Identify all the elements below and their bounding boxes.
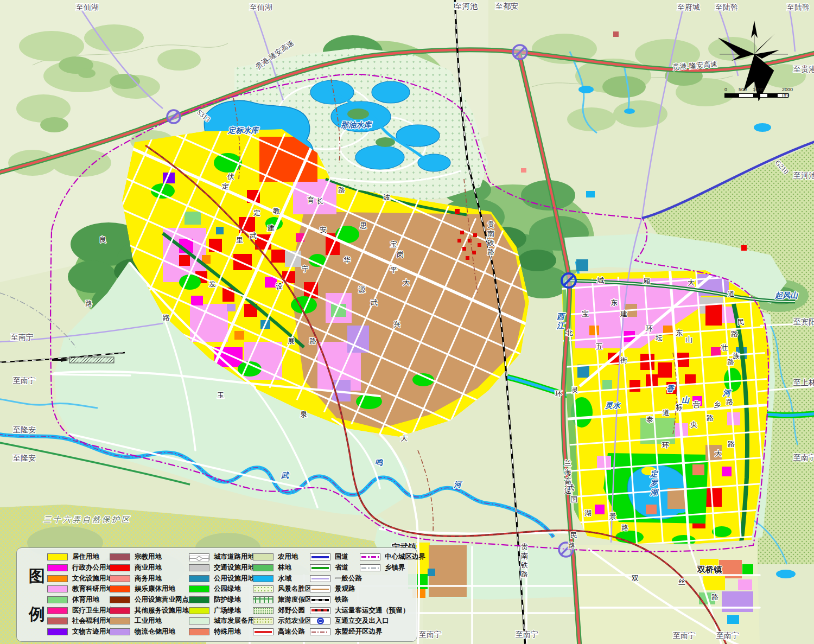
legend-item: 居住用地: [47, 552, 113, 563]
map-label-water: 起风山: [774, 291, 798, 299]
legend-item-label: 旅游度假区: [278, 595, 312, 604]
legend-swatch: [189, 607, 209, 614]
legend-swatch: [189, 617, 209, 624]
legend-item-label: 城市道路用地: [214, 552, 255, 562]
legend-item: 旅游度假区: [253, 595, 312, 605]
legend-item-label: 高速公路: [278, 627, 305, 636]
map-label-road: 安: [320, 226, 327, 234]
legend-swatch: [253, 553, 274, 560]
legend-item: 林地: [253, 563, 312, 573]
map-label-road: 定: [253, 209, 260, 217]
map-label-road: 坛: [655, 334, 663, 342]
map-label-dir: 至隆安: [13, 426, 36, 434]
legend-pattern-swatch: [253, 596, 274, 603]
legend-line-swatch: [310, 596, 330, 603]
map-label-road: 环: [645, 324, 653, 333]
legend-swatch: [110, 607, 130, 614]
map-label-road: 武: [370, 298, 378, 307]
legend-swatch: [47, 628, 68, 635]
map-label-road: 育: [307, 196, 314, 204]
legend-item-label: 景观路: [335, 584, 355, 594]
legend-item-label: 国道: [335, 552, 348, 562]
legend-title-tu: 图: [29, 565, 45, 588]
legend-swatch: [253, 564, 274, 571]
legend-item: 农用地: [253, 552, 312, 563]
map-label-road: 宝: [390, 240, 397, 248]
legend-line-swatch: [360, 564, 380, 571]
legend-pattern-swatch: [253, 585, 274, 592]
map-label-dir: 至南宁: [793, 453, 814, 462]
legend-item: 城市道路用地: [189, 552, 262, 563]
legend-item-label: 文化设施用地: [72, 574, 113, 583]
legend-swatch: [253, 575, 274, 582]
map-label-road: 环: [555, 390, 562, 398]
map-label-road: 山: [685, 335, 692, 343]
legend-item: 公园绿地: [189, 584, 262, 595]
map-label-road: 教: [273, 207, 280, 215]
map-label-dir: 至都安: [495, 2, 518, 10]
legend-swatch: [47, 607, 68, 614]
legend-item-label: 中心城区边界: [385, 552, 425, 562]
legend-title-li: 例: [29, 603, 45, 626]
map-label-road: 路: [163, 314, 170, 322]
legend-item-label: 娱乐康体用地: [135, 584, 175, 594]
map-label-road: 壮: [721, 343, 728, 352]
legend-item-label: 文物古迹用地: [72, 627, 113, 636]
map-label-dir: 至南宁: [13, 376, 36, 385]
legend-swatch: [47, 575, 68, 582]
map-label-road: 国: [570, 495, 577, 503]
legend-item-label: 物流仓储用地: [135, 627, 175, 636]
legend-swatch: [189, 564, 209, 571]
map-label-road: 环: [662, 441, 669, 449]
map-label-dir: 至南宁: [516, 630, 538, 639]
map-label-water: 武: [281, 471, 290, 480]
legend-item-label: 铁路: [335, 595, 348, 604]
legend-swatch: [47, 596, 68, 603]
map-label-water: 香: [666, 384, 675, 393]
scale-bar-segments: [724, 93, 788, 98]
scale-tick-label: 0: [724, 87, 727, 92]
map-label-road: 宁: [302, 265, 309, 273]
map-label-road: 民: [570, 531, 577, 539]
legend-item-label: 体育用地: [72, 595, 99, 604]
map-label-road: 路: [711, 593, 718, 601]
legend-item: 社会福利用地: [47, 616, 113, 627]
legend-line-swatch: [310, 564, 330, 571]
legend-column-1: 居住用地行政办公用地文化设施用地教育科研用地体育用地医疗卫生用地社会福利用地文物…: [47, 552, 113, 637]
map-label-road: 东: [610, 298, 618, 307]
legend-swatch: [110, 596, 130, 603]
map-label-road: 发: [209, 280, 216, 288]
map-label-road: 大: [403, 278, 410, 286]
map-label-road: 思: [359, 221, 367, 229]
map-label-road: 武: [567, 483, 574, 492]
legend-line-swatch: [360, 553, 380, 560]
map-label-road: 街: [620, 356, 627, 364]
legend-item: 特殊用地: [189, 627, 262, 637]
map-label-dir: 至南宁: [716, 631, 739, 640]
guodao-line-icon: [311, 556, 329, 558]
map-label-road: 路: [731, 330, 738, 338]
legend-item: 郊野公园: [253, 605, 312, 616]
yiban-line-icon: [311, 578, 329, 579]
legend-swatch: [47, 553, 68, 560]
legend-item-label: 互通立交及出入口: [335, 616, 389, 626]
scale-bar-numbers: 050010002000 (m): [724, 87, 798, 93]
map-label-road: 玉: [217, 391, 224, 399]
map-label-road: 厢: [643, 277, 650, 285]
legend-item-label: 防护绿地: [214, 595, 241, 604]
map-label-road: 兴: [393, 320, 400, 328]
map-label-road: 路: [309, 337, 316, 345]
planning-map-stage: 至仙湖至仙湖至河池至都安至府城至陆斡至陆斡至贵港至河池至宾阳至上林至南宁至南宁至…: [0, 0, 814, 644]
map-label-road: 灵: [571, 386, 578, 394]
legend-item-label: 示范农业区: [278, 616, 312, 626]
legend-column-6: 中心城区边界乡镇界: [360, 552, 425, 573]
map-label-road: 丝: [678, 578, 685, 586]
map-label-dir: 至仙湖: [76, 3, 99, 11]
xiangzhen-line-icon: [361, 568, 379, 569]
map-label-road: 大: [400, 434, 408, 442]
legend-swatch: [110, 628, 130, 635]
map-label-road: 宝: [582, 310, 589, 318]
map-label-road: 长: [316, 197, 323, 205]
map-label-road: 乡: [714, 400, 721, 409]
legend-swatch: [110, 575, 130, 582]
